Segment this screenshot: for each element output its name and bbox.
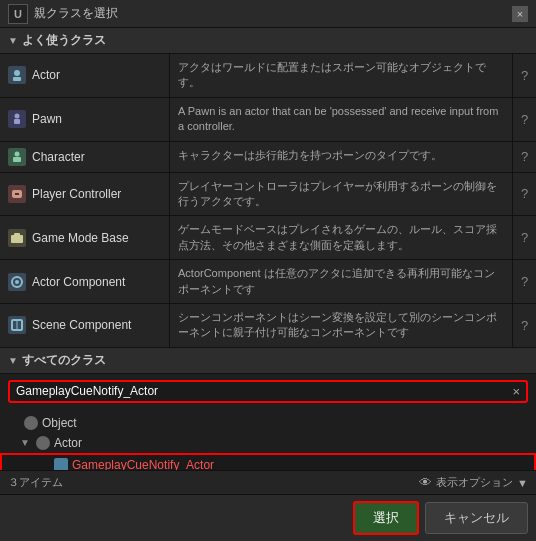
svg-rect-7	[15, 193, 19, 195]
class-left-actor-component: Actor Component	[0, 260, 170, 303]
all-classes-header: ▼ すべてのクラス	[0, 348, 536, 374]
tree-item-gameplay-cue[interactable]: GameplayCueNotify_Actor	[0, 453, 536, 470]
eye-icon: 👁	[419, 475, 432, 490]
scene-component-name: Scene Component	[32, 318, 131, 332]
section-arrow-common: ▼	[8, 35, 18, 46]
svg-rect-9	[14, 233, 20, 236]
class-item-player-controller[interactable]: Player Controller プレイヤーコントローラはプレイヤーが利用する…	[0, 173, 536, 217]
character-help-icon[interactable]: ?	[512, 142, 536, 172]
class-item-actor[interactable]: Actor アクタはワールドに配置またはスポーン可能なオブジェクトです。 ?	[0, 54, 536, 98]
select-button[interactable]: 選択	[353, 501, 419, 535]
ue-logo: U	[8, 4, 28, 24]
svg-point-4	[15, 151, 20, 156]
view-options-label: 表示オプション	[436, 475, 513, 490]
class-item-pawn[interactable]: Pawn A Pawn is an actor that can be 'pos…	[0, 98, 536, 142]
class-item-character[interactable]: Character キャラクターは歩行能力を持つポーンのタイプです。 ?	[0, 142, 536, 173]
tree-item-object[interactable]: Object	[0, 413, 536, 433]
gameplay-cue-tree-label: GameplayCueNotify_Actor	[72, 458, 214, 470]
svg-rect-8	[11, 235, 23, 243]
actor-help-icon[interactable]: ?	[512, 54, 536, 97]
all-classes-title: すべてのクラス	[22, 352, 106, 369]
class-left-character: Character	[0, 142, 170, 172]
object-tree-label: Object	[42, 416, 77, 430]
main-container: ▼ よく使うクラス Actor アクタはワールドに配置またはスポーン可能なオブジ…	[0, 28, 536, 541]
search-bar[interactable]: ×	[8, 380, 528, 403]
object-tree-icon	[24, 416, 38, 430]
title-bar-left: U 親クラスを選択	[8, 4, 118, 24]
view-options-arrow: ▼	[517, 477, 528, 489]
character-name: Character	[32, 150, 85, 164]
actor-component-icon	[8, 273, 26, 291]
tree-arrow-actor: ▼	[20, 437, 32, 448]
cancel-button[interactable]: キャンセル	[425, 502, 528, 534]
pawn-name: Pawn	[32, 112, 62, 126]
actor-name: Actor	[32, 68, 60, 82]
player-controller-icon	[8, 185, 26, 203]
actor-icon	[8, 66, 26, 84]
pawn-icon	[8, 110, 26, 128]
gameplay-cue-tree-icon	[54, 458, 68, 470]
class-left-pawn: Pawn	[0, 98, 170, 141]
class-item-scene-component[interactable]: Scene Component シーンコンポーネントはシーン変換を設定して別のシ…	[0, 304, 536, 348]
svg-point-11	[15, 280, 19, 284]
button-bar: 選択 キャンセル	[0, 494, 536, 541]
svg-point-2	[15, 114, 20, 119]
game-mode-base-name: Game Mode Base	[32, 231, 129, 245]
common-classes-title: よく使うクラス	[22, 32, 106, 49]
actor-tree-label: Actor	[54, 436, 82, 450]
scene-component-desc: シーンコンポーネントはシーン変換を設定して別のシーンコンポーネントに親子付け可能…	[170, 304, 512, 347]
character-desc: キャラクターは歩行能力を持つポーンのタイプです。	[170, 142, 512, 172]
common-classes-section: ▼ よく使うクラス Actor アクタはワールドに配置またはスポーン可能なオブジ…	[0, 28, 536, 348]
player-controller-name: Player Controller	[32, 187, 121, 201]
item-count: ３アイテム	[8, 475, 63, 490]
class-left-scene-component: Scene Component	[0, 304, 170, 347]
svg-rect-1	[13, 77, 21, 81]
class-item-actor-component[interactable]: Actor Component ActorComponent は任意のアクタに追…	[0, 260, 536, 304]
window-close-button[interactable]: ×	[512, 6, 528, 22]
svg-point-0	[14, 70, 20, 76]
common-classes-header: ▼ よく使うクラス	[0, 28, 536, 54]
actor-desc: アクタはワールドに配置またはスポーン可能なオブジェクトです。	[170, 54, 512, 97]
class-tree-view: Object ▼ Actor GameplayCueNotify_Actor	[0, 409, 536, 470]
status-bar: ３アイテム 👁 表示オプション ▼	[0, 470, 536, 494]
actor-component-name: Actor Component	[32, 275, 125, 289]
svg-rect-3	[14, 119, 20, 124]
scene-component-help-icon[interactable]: ?	[512, 304, 536, 347]
view-options-button[interactable]: 👁 表示オプション ▼	[419, 475, 528, 490]
scene-component-icon	[8, 316, 26, 334]
character-icon	[8, 148, 26, 166]
game-mode-base-icon	[8, 229, 26, 247]
section-arrow-all: ▼	[8, 355, 18, 366]
class-left-game-mode-base: Game Mode Base	[0, 216, 170, 259]
tree-item-actor-all[interactable]: ▼ Actor	[0, 433, 536, 453]
actor-component-help-icon[interactable]: ?	[512, 260, 536, 303]
game-mode-base-desc: ゲームモードベースはプレイされるゲームの、ルール、スコア採点方法、その他さまざま…	[170, 216, 512, 259]
title-bar: U 親クラスを選択 ×	[0, 0, 536, 28]
actor-component-desc: ActorComponent は任意のアクタに追加できる再利用可能なコンポーネン…	[170, 260, 512, 303]
player-controller-help-icon[interactable]: ?	[512, 173, 536, 216]
player-controller-desc: プレイヤーコントローラはプレイヤーが利用するポーンの制御を行うアクタです。	[170, 173, 512, 216]
window-title: 親クラスを選択	[34, 5, 118, 22]
class-left-player-controller: Player Controller	[0, 173, 170, 216]
class-item-game-mode-base[interactable]: Game Mode Base ゲームモードベースはプレイされるゲームの、ルール、…	[0, 216, 536, 260]
search-input[interactable]	[16, 384, 508, 398]
game-mode-base-help-icon[interactable]: ?	[512, 216, 536, 259]
search-clear-button[interactable]: ×	[512, 384, 520, 399]
svg-rect-5	[13, 157, 21, 162]
pawn-help-icon[interactable]: ?	[512, 98, 536, 141]
class-left-actor: Actor	[0, 54, 170, 97]
actor-tree-icon	[36, 436, 50, 450]
pawn-desc: A Pawn is an actor that can be 'possesse…	[170, 98, 512, 141]
all-classes-section: ▼ すべてのクラス × Object ▼ Actor	[0, 348, 536, 541]
